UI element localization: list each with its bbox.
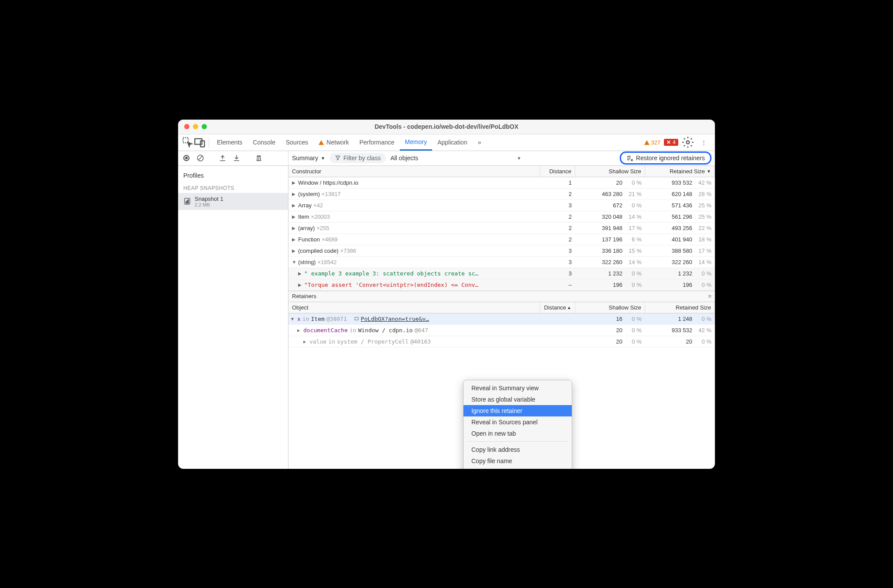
svg-rect-17 (355, 317, 358, 320)
snapshot-item[interactable]: Snapshot 1 2.2 MB (178, 193, 288, 210)
minimize-window-button[interactable] (193, 124, 198, 129)
clear-button[interactable] (195, 152, 206, 164)
constructor-row[interactable]: ▶ Window / https://cdpn.io 1200 %933 532… (289, 177, 715, 189)
constructor-header[interactable]: Constructor (289, 166, 540, 177)
inspect-element-icon[interactable] (182, 134, 194, 151)
warnings-badge[interactable]: 327 (644, 139, 661, 146)
tab-console[interactable]: Console (247, 134, 280, 151)
tab-network[interactable]: Network (313, 134, 354, 151)
profiles-sidebar: Profiles HEAP SNAPSHOTS Snapshot 1 2.2 M… (178, 166, 289, 469)
record-button[interactable] (181, 152, 192, 164)
menu-item[interactable]: Copy link address (464, 444, 572, 455)
constructor-row[interactable]: ▶ Item ×200032320 04814 %561 29625 % (289, 211, 715, 223)
disclose-triangle-icon[interactable]: ▶ (292, 203, 296, 208)
disclose-triangle-icon[interactable]: ▶ (298, 282, 302, 287)
tab-sources[interactable]: Sources (281, 134, 313, 151)
disclose-triangle-icon[interactable]: ▼ (292, 260, 296, 265)
toolbar-left (178, 151, 289, 165)
panel-tabs: ElementsConsoleSourcesNetworkPerformance… (212, 134, 473, 151)
retainer-row[interactable]: ▶ documentCache in Window / cdpn.io @647… (289, 325, 715, 336)
retainers-options-icon[interactable]: ≡ (708, 293, 711, 299)
disclose-triangle-icon[interactable]: ▶ (292, 248, 296, 253)
retained-size-header-retainers[interactable]: Retained Size (645, 302, 715, 313)
disclose-triangle-icon[interactable]: ▶ (292, 214, 296, 219)
close-window-button[interactable] (184, 124, 189, 129)
constructors-table-header: Constructor Distance Shallow Size Retain… (289, 166, 715, 177)
sort-desc-icon: ▼ (707, 169, 711, 174)
disclose-triangle-icon[interactable]: ▶ (297, 328, 302, 333)
profiles-header: Profiles (178, 169, 288, 182)
heap-snapshots-section-label: HEAP SNAPSHOTS (178, 182, 288, 193)
disclose-triangle-icon[interactable]: ▶ (292, 180, 296, 185)
svg-rect-14 (186, 202, 187, 203)
main-panel: Constructor Distance Shallow Size Retain… (289, 166, 715, 469)
menu-item[interactable]: Reveal in Sources panel (464, 416, 572, 428)
distance-header-retainers[interactable]: Distance▲ (540, 302, 575, 313)
retainers-table-header: Object Distance▲ Shallow Size Retained S… (289, 302, 715, 313)
list-remove-icon (626, 155, 633, 162)
disclose-triangle-icon[interactable]: ▶ (292, 192, 296, 196)
view-dropdown[interactable]: Summary ▼ (292, 155, 325, 162)
warning-triangle-icon (319, 140, 324, 145)
menu-item[interactable]: Ignore this retainer (464, 405, 572, 416)
kebab-menu-icon[interactable]: ⋮ (697, 139, 710, 146)
disclose-triangle-icon[interactable]: ▶ (303, 339, 308, 344)
tabbar-right: 327 ✕ 4 ⋮ (644, 134, 711, 151)
shallow-size-header-retainers[interactable]: Shallow Size (575, 302, 645, 313)
save-profile-icon[interactable] (231, 152, 242, 164)
distance-header[interactable]: Distance (540, 166, 575, 177)
warning-triangle-icon (644, 140, 649, 145)
traffic-lights (184, 124, 207, 129)
devtools-window: DevTools - codepen.io/web-dot-dev/live/P… (178, 120, 715, 469)
svg-line-7 (199, 156, 203, 160)
sort-asc-icon: ▲ (567, 305, 571, 310)
snapshot-icon (183, 197, 191, 205)
toolbar-right: Summary ▼ Filter by class All objects ▼ … (289, 151, 715, 165)
object-header[interactable]: Object (289, 302, 540, 313)
window-title: DevTools - codepen.io/web-dot-dev/live/P… (178, 123, 715, 130)
menu-item[interactable]: Copy file name (464, 455, 572, 467)
menu-item[interactable]: Store as global variable (464, 394, 572, 405)
device-toolbar-icon[interactable] (194, 134, 206, 151)
titlebar: DevTools - codepen.io/web-dot-dev/live/P… (178, 120, 715, 134)
load-profile-icon[interactable] (217, 152, 228, 164)
shallow-size-header[interactable]: Shallow Size (575, 166, 645, 177)
constructors-table-body[interactable]: ▶ Window / https://cdpn.io 1200 %933 532… (289, 177, 715, 291)
constructor-row[interactable]: ▶ Function ×46892137 1966 %401 94018 % (289, 234, 715, 245)
tab-memory[interactable]: Memory (400, 134, 433, 151)
tab-application[interactable]: Application (432, 134, 473, 151)
constructor-child-row[interactable]: ▶ "Torque assert 'Convert<uintptr>(endIn… (289, 279, 715, 291)
constructor-row[interactable]: ▼ (string) ×165423322 26014 %322 26014 % (289, 257, 715, 268)
errors-badge[interactable]: ✕ 4 (664, 139, 678, 146)
settings-gear-icon[interactable] (682, 136, 694, 148)
disclose-triangle-icon[interactable]: ▶ (298, 271, 302, 276)
separator (209, 137, 209, 148)
svg-point-5 (185, 157, 188, 159)
tabbar: ElementsConsoleSourcesNetworkPerformance… (178, 134, 715, 151)
disclose-triangle-icon[interactable]: ▼ (291, 316, 295, 321)
retained-size-header[interactable]: Retained Size ▼ (645, 166, 715, 177)
constructor-row[interactable]: ▶ (compiled code) ×73863336 18015 %388 5… (289, 245, 715, 257)
svg-point-3 (687, 141, 690, 144)
class-filter-input[interactable]: Filter by class (330, 153, 386, 163)
more-tabs-button[interactable]: » (473, 134, 487, 151)
tab-performance[interactable]: Performance (354, 134, 399, 151)
retainer-row[interactable]: ▶ value in system / PropertyCell @401632… (289, 336, 715, 347)
restore-ignored-retainers-button[interactable]: Restore ignored retainers (620, 151, 711, 165)
retainer-row[interactable]: ▼ x in Item @38071 PoLdbOX?anon=true&v…1… (289, 313, 715, 325)
menu-item[interactable]: Open in new tab (464, 428, 572, 439)
objects-dropdown[interactable]: All objects (390, 155, 418, 162)
collect-garbage-icon[interactable] (253, 152, 264, 164)
constructor-row[interactable]: ▶ Array ×4236720 %571 43625 % (289, 200, 715, 211)
tab-elements[interactable]: Elements (212, 134, 247, 151)
error-x-icon: ✕ (666, 139, 671, 145)
filter-icon (335, 155, 341, 161)
menu-item[interactable]: Reveal in Summary view (464, 382, 572, 394)
disclose-triangle-icon[interactable]: ▶ (292, 226, 296, 230)
maximize-window-button[interactable] (202, 124, 207, 129)
constructor-row[interactable]: ▶ (array) ×2552391 94817 %493 25622 % (289, 223, 715, 234)
content: Profiles HEAP SNAPSHOTS Snapshot 1 2.2 M… (178, 166, 715, 469)
constructor-child-row[interactable]: ▶ " example 3 example 3: scattered objec… (289, 268, 715, 279)
disclose-triangle-icon[interactable]: ▶ (292, 237, 296, 242)
constructor-row[interactable]: ▶ (system) ×138172463 28021 %620 14828 % (289, 189, 715, 200)
